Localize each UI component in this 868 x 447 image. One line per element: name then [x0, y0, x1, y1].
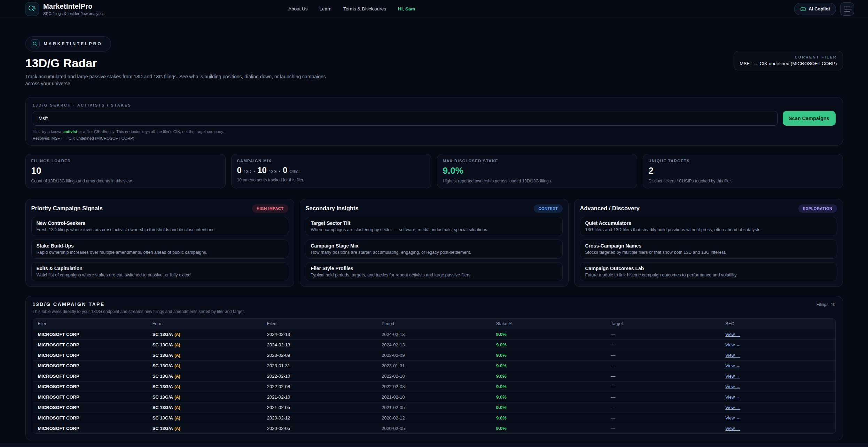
stat-value: 9.0%	[443, 165, 631, 176]
brand-name: MarketIntelPro	[43, 2, 104, 10]
stat-max-disclosed-stake: MAX DISCLOSED STAKE 9.0% Highest reporte…	[437, 154, 637, 188]
sec-view-link[interactable]: View →	[725, 343, 740, 347]
table-header-row: Filer Form Filed Period Stake % Target S…	[33, 319, 835, 329]
brand: MI Pro MarketIntelPro SEC filings & insi…	[25, 2, 104, 16]
sec-view-link[interactable]: View →	[725, 374, 740, 379]
panel-item-campaign-outcomes-lab[interactable]: Campaign Outcomes Lab Future module to l…	[580, 262, 837, 281]
panel-item-cross-campaign-names[interactable]: Cross-Campaign Names Stocks targeted by …	[580, 240, 837, 259]
table-row: MICROSOFT CORP SC 13G/A(A) 2024-02-13 20…	[33, 339, 835, 350]
stat-desc: 10 amendments tracked for this filer.	[237, 178, 425, 182]
sec-view-link[interactable]: View →	[725, 363, 740, 368]
col-sec: SEC	[720, 319, 835, 329]
nav-terms-disclosures[interactable]: Terms & Disclosures	[343, 6, 386, 11]
nav-learn[interactable]: Learn	[319, 6, 331, 11]
stat-unique-targets: UNIQUE TARGETS 2 Distinct tickers / CUSI…	[643, 154, 843, 188]
page-subtitle: Track accumulated and large passive stak…	[25, 73, 341, 87]
search-panel: 13D/G SEARCH · ACTIVISTS / STAKES Scan C…	[25, 97, 843, 146]
panel-title: Priority Campaign Signals	[31, 205, 103, 212]
brand-text: MarketIntelPro SEC filings & insider flo…	[43, 2, 104, 16]
nav-about-us[interactable]: About Us	[288, 6, 308, 11]
panel-item-target-sector-tilt[interactable]: Target Sector Tilt Where campaigns are c…	[306, 217, 563, 236]
panel-title: Secondary Insights	[306, 205, 359, 212]
panel-item-stake-build-ups[interactable]: Stake Build-Ups Rapid ownership increase…	[31, 240, 288, 259]
stat-filings-loaded: FILINGS LOADED 10 Count of 13D/13G filin…	[25, 154, 226, 188]
page-title: 13D/G Radar	[25, 56, 341, 70]
col-target: Target	[606, 319, 720, 329]
stat-label: CAMPAIGN MIX	[237, 159, 425, 163]
main-nav: About Us Learn Terms & Disclosures Hi, S…	[288, 6, 415, 11]
user-greeting[interactable]: Hi, Sam	[398, 6, 415, 11]
hero-left: MARKETINTELPRO 13D/G Radar Track accumul…	[25, 36, 341, 87]
insight-panels: Priority Campaign Signals HIGH IMPACT Ne…	[25, 199, 843, 287]
high-impact-badge: HIGH IMPACT	[252, 204, 288, 213]
panel-item-quiet-accumulators[interactable]: Quiet Accumulators 13G filers and 13D fi…	[580, 217, 837, 236]
col-period: Period	[377, 319, 491, 329]
sec-view-link[interactable]: View →	[725, 395, 740, 400]
robot-icon	[800, 6, 806, 11]
sec-view-link[interactable]: View →	[725, 353, 740, 358]
filings-count: Filings: 10	[816, 302, 836, 307]
filings-table: Filer Form Filed Period Stake % Target S…	[33, 318, 836, 434]
col-filer: Filer	[33, 319, 148, 329]
amendment-tag: (A)	[174, 405, 180, 410]
campaign-tape-section: 13D/G CAMPAIGN TAPE Filings: 10 This tab…	[25, 296, 843, 440]
amendment-tag: (A)	[174, 416, 180, 421]
table-row: MICROSOFT CORP SC 13G/A(A) 2021-02-05 20…	[33, 402, 835, 413]
context-badge: CONTEXT	[534, 204, 562, 213]
table-row: MICROSOFT CORP SC 13G/A(A) 2021-02-10 20…	[33, 392, 835, 402]
search-hint: Hint: try a known activist or a filer CI…	[33, 130, 836, 134]
amendment-tag: (A)	[174, 384, 180, 389]
tape-title: 13D/G CAMPAIGN TAPE	[33, 301, 105, 307]
amendment-tag: (A)	[174, 395, 180, 400]
table-row: MICROSOFT CORP SC 13G/A(A) 2022-02-08 20…	[33, 381, 835, 392]
table-row: MICROSOFT CORP SC 13G/A(A) 2024-02-13 20…	[33, 329, 835, 339]
panel-title: Advanced / Discovery	[580, 205, 640, 212]
ai-copilot-button[interactable]: AI Copilot	[794, 3, 836, 15]
panel-priority-campaign-signals: Priority Campaign Signals HIGH IMPACT Ne…	[25, 199, 294, 287]
stat-value: 2	[649, 165, 837, 176]
top-header: MI Pro MarketIntelPro SEC filings & insi…	[0, 0, 868, 18]
exploration-badge: EXPLORATION	[798, 204, 837, 213]
stat-desc: Highest reported ownership across loaded…	[443, 179, 631, 183]
stats-row: FILINGS LOADED 10 Count of 13D/13G filin…	[25, 154, 843, 188]
search-row: Scan Campaigns	[33, 111, 836, 126]
sec-view-link[interactable]: View →	[725, 405, 740, 410]
col-filed: Filed	[262, 319, 377, 329]
sec-view-link[interactable]: View →	[725, 426, 740, 431]
stat-campaign-mix: CAMPAIGN MIX 0 13D · 10 13G · 0 Other 10…	[231, 154, 431, 188]
table-row: MICROSOFT CORP SC 13G/A(A) 2020-02-05 20…	[33, 423, 835, 433]
amendment-tag: (A)	[174, 426, 180, 431]
menu-button[interactable]	[840, 2, 854, 16]
amendment-tag: (A)	[174, 363, 180, 368]
search-resolved-text: Resolved: MSFT → CIK undefined (MICROSOF…	[33, 136, 836, 140]
panel-item-exits-capitulation[interactable]: Exits & Capitulation Watchlist of campai…	[31, 262, 288, 281]
sec-view-link[interactable]: View →	[725, 384, 740, 389]
mini-logo-icon	[31, 39, 40, 48]
campaign-mix-value: 0 13D · 10 13G · 0 Other	[237, 165, 425, 175]
sec-view-link[interactable]: View →	[725, 416, 740, 421]
ai-copilot-label: AI Copilot	[809, 6, 830, 11]
panel-item-new-control-seekers[interactable]: New Control-Seekers Fresh 13D filings wh…	[31, 217, 288, 236]
scan-campaigns-button[interactable]: Scan Campaigns	[783, 111, 836, 126]
hero-badge-label: MARKETINTELPRO	[44, 41, 102, 46]
stat-label: UNIQUE TARGETS	[649, 159, 837, 163]
amendment-tag: (A)	[174, 343, 180, 347]
table-row: MICROSOFT CORP SC 13G/A(A) 2023-01-31 20…	[33, 360, 835, 371]
search-input[interactable]	[33, 111, 778, 126]
sec-view-link[interactable]: View →	[725, 332, 740, 337]
current-filer-label: CURRENT FILER	[740, 55, 837, 59]
stat-desc: Distinct tickers / CUSIPs touched by thi…	[649, 179, 837, 183]
stat-label: MAX DISCLOSED STAKE	[443, 159, 631, 163]
amendment-tag: (A)	[174, 374, 180, 379]
table-row: MICROSOFT CORP SC 13G/A(A) 2020-02-12 20…	[33, 413, 835, 423]
amendment-tag: (A)	[174, 332, 180, 337]
hint-activist-highlight: activist	[63, 130, 77, 134]
stat-desc: Count of 13D/13G filings and amendments …	[31, 179, 220, 183]
col-stake: Stake %	[491, 319, 606, 329]
stat-value: 10	[31, 165, 220, 176]
panel-secondary-insights: Secondary Insights CONTEXT Target Sector…	[300, 199, 569, 287]
hero-brand-badge: MARKETINTELPRO	[25, 36, 111, 52]
panel-item-campaign-stage-mix[interactable]: Campaign Stage Mix How many positions ar…	[306, 240, 563, 259]
panel-item-filer-style-profiles[interactable]: Filer Style Profiles Typical hold period…	[306, 262, 563, 281]
current-filer-value: MSFT → CIK undefined (MICROSOFT CORP)	[740, 61, 837, 66]
